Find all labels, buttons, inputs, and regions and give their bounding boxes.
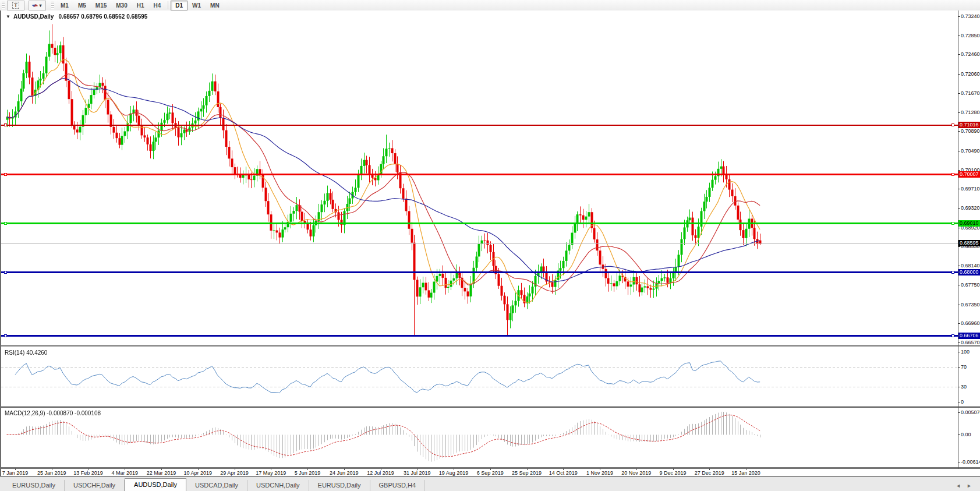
macd-axis-label: 0.005076 — [961, 409, 980, 415]
dual-arrow-icon — [33, 3, 37, 8]
timeframe-toolbar: M1M5M15M30H1H4D1W1MN — [56, 1, 224, 10]
tab-eurusd-daily-5[interactable]: EURUSD,Daily — [309, 480, 370, 491]
tab-usdcad-daily-3[interactable]: USDCAD,Daily — [186, 480, 247, 491]
price-tag-0.68000: 0.68000 — [958, 269, 980, 275]
arrows-tool-button[interactable]: ▾ — [29, 1, 46, 10]
date-axis-label: 20 Nov 2019 — [621, 470, 651, 476]
tab-gbpusd-h4-6[interactable]: GBPUSD,H4 — [370, 480, 426, 491]
line-marker[interactable] — [4, 173, 7, 176]
price-axis-label: 0.66570 — [961, 340, 980, 345]
line-marker[interactable] — [951, 334, 954, 337]
price-axis-tick — [958, 189, 960, 189]
timeframe-button-m5[interactable]: M5 — [73, 1, 91, 10]
price-axis-tick — [958, 228, 960, 228]
line-marker[interactable] — [951, 271, 954, 274]
timeframe-button-m15[interactable]: M15 — [91, 1, 111, 10]
date-axis-label: 25 Jan 2019 — [37, 470, 66, 476]
line-marker[interactable] — [4, 271, 7, 274]
date-axis-label: 25 Sep 2019 — [512, 470, 542, 476]
line-marker[interactable] — [4, 123, 7, 126]
date-axis-label: 1 Nov 2019 — [586, 470, 613, 476]
price-axis-label: 0.67350 — [961, 302, 980, 308]
chart-title: ▼ AUDUSD,Daily 0.68657 0.68796 0.68562 0… — [6, 13, 147, 20]
date-axis-label: 4 Mar 2019 — [111, 470, 138, 476]
price-axis-label: 0.71670 — [961, 90, 980, 96]
toolbar-separator — [168, 1, 168, 9]
tab-scroll-nav: ◄ ► — [956, 483, 972, 489]
price-axis-label: 0.72060 — [961, 71, 980, 77]
date-axis-label: 9 Dec 2019 — [659, 470, 686, 476]
tab-audusd-daily-2[interactable]: AUDUSD,Daily — [125, 478, 186, 491]
hline-0.68000[interactable] — [1, 271, 958, 273]
price-axis-tick — [958, 342, 960, 343]
price-axis-label: 0.69710 — [961, 186, 980, 192]
timeframe-button-w1[interactable]: W1 — [187, 1, 206, 10]
hline-0.66706[interactable] — [1, 335, 958, 337]
price-chart-canvas[interactable] — [1, 10, 958, 345]
rsi-indicator-canvas[interactable] — [1, 347, 958, 406]
text-tool-icon: T — [12, 2, 19, 9]
price-axis-label: 0.73240 — [961, 13, 980, 19]
timeframe-button-d1[interactable]: D1 — [171, 1, 187, 10]
rsi-axis-label: 0 — [961, 399, 964, 405]
macd-axis-label: -0.006148 — [961, 459, 980, 465]
collapse-triangle-icon[interactable]: ▼ — [6, 14, 10, 19]
timeframe-button-m30[interactable]: M30 — [111, 1, 132, 10]
hline-0.70007[interactable] — [1, 174, 958, 175]
rsi-axis-tick — [958, 367, 960, 368]
timeframe-button-h1[interactable]: H1 — [132, 1, 149, 10]
macd-axis-tick — [958, 412, 960, 413]
dropdown-caret-icon: ▾ — [39, 3, 41, 8]
rsi-label: RSI(14) 40.4260 — [5, 349, 47, 356]
toolbar: T ▾ M1M5M15M30H1H4D1W1MN — [0, 0, 980, 11]
hline-0.69010[interactable] — [1, 222, 958, 224]
date-axis-label: 24 Jun 2019 — [330, 470, 359, 476]
tab-scroll-left-icon[interactable]: ◄ — [956, 483, 961, 489]
rsi-axis-label: 70 — [961, 364, 967, 370]
rsi-axis-label: 30 — [961, 384, 967, 390]
rsi-axis-tick — [958, 387, 960, 387]
price-axis-tick — [958, 36, 960, 36]
macd-indicator-canvas[interactable] — [1, 408, 958, 467]
price-axis-tick — [958, 323, 960, 324]
price-axis-label: 0.67750 — [961, 282, 980, 288]
price-axis-tick — [958, 131, 960, 132]
timeframe-button-mn[interactable]: MN — [206, 1, 224, 10]
date-axis-label: 13 Feb 2019 — [73, 470, 103, 476]
date-axis-label: 7 Jan 2019 — [2, 470, 29, 476]
trading-terminal: T ▾ M1M5M15M30H1H4D1W1MN ▼ AUDUSD,Daily … — [0, 0, 980, 491]
date-axis-label: 6 Sep 2019 — [477, 470, 504, 476]
pane-separator[interactable] — [1, 345, 980, 347]
date-axis-label: 31 Jul 2019 — [404, 470, 431, 476]
price-axis-tick — [958, 246, 960, 247]
rsi-axis-tick — [958, 402, 960, 402]
timeframe-button-m1[interactable]: M1 — [56, 1, 73, 10]
tab-usdchf-daily-1[interactable]: USDCHF,Daily — [65, 480, 125, 491]
text-tool-button[interactable]: T — [7, 1, 24, 10]
line-marker[interactable] — [951, 222, 954, 225]
pane-separator[interactable] — [1, 406, 980, 408]
date-axis-label: 10 Apr 2019 — [183, 470, 212, 476]
line-marker[interactable] — [951, 123, 954, 126]
line-marker[interactable] — [951, 173, 954, 176]
hline-0.71016[interactable] — [1, 125, 958, 126]
toolbar-drag-handle[interactable] — [51, 2, 54, 9]
line-marker[interactable] — [4, 222, 7, 225]
price-tag-0.69010: 0.69010 — [958, 220, 980, 227]
date-axis-label: 14 Oct 2019 — [549, 470, 578, 476]
chart-window: ▼ AUDUSD,Daily 0.68657 0.68796 0.68562 0… — [0, 10, 980, 476]
timeframe-button-h4[interactable]: H4 — [149, 1, 166, 10]
tab-eurusd-daily-0[interactable]: EURUSD,Daily — [3, 480, 65, 491]
price-tag-0.70007: 0.70007 — [958, 171, 980, 178]
price-axis-tick — [958, 74, 960, 75]
tab-usdcnh-daily-4[interactable]: USDCNH,Daily — [247, 480, 309, 491]
date-axis-label: 27 Dec 2019 — [695, 470, 724, 476]
line-marker[interactable] — [4, 334, 7, 337]
toolbar-drag-handle[interactable] — [2, 2, 5, 9]
price-axis-tick — [958, 170, 960, 171]
price-axis-label: 0.70890 — [961, 128, 980, 134]
price-axis-label: 0.72460 — [961, 51, 980, 57]
price-axis-line — [958, 10, 958, 468]
tab-scroll-right-icon[interactable]: ► — [967, 483, 972, 489]
price-axis-label: 0.70490 — [961, 148, 980, 154]
